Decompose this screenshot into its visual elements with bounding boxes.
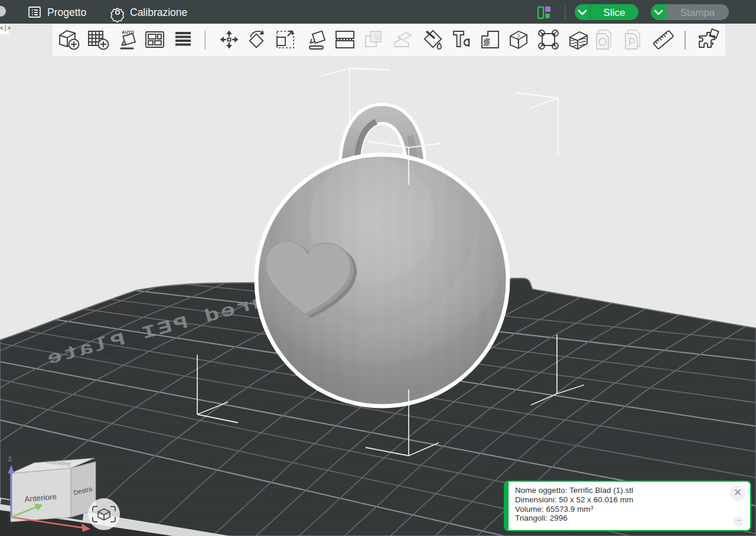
svg-text:Slice: Slice bbox=[604, 7, 625, 18]
svg-text:Stampa: Stampa bbox=[680, 7, 715, 18]
svg-text:Progetto: Progetto bbox=[47, 6, 86, 18]
svg-text:z: z bbox=[8, 455, 12, 463]
svg-text:Calibrazione: Calibrazione bbox=[130, 6, 187, 18]
